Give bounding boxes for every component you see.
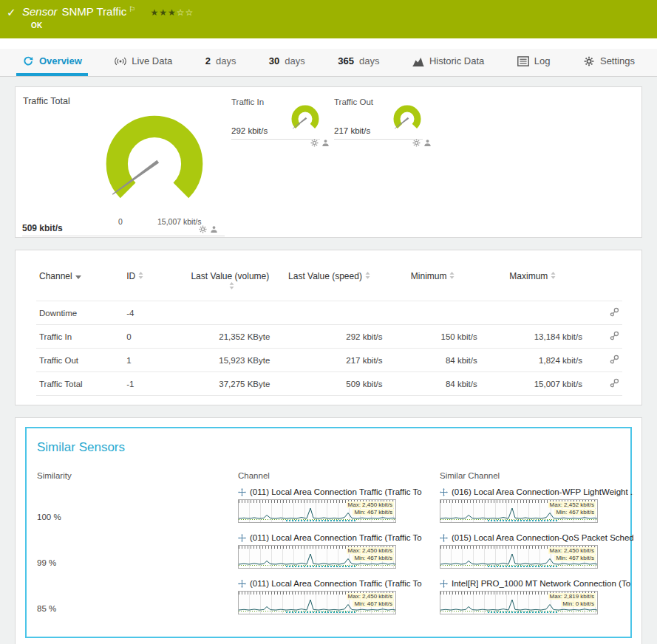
channel-minigraph[interactable]: Max: 2,450 kbit/s Min: 467 kbit/s (238, 591, 396, 614)
channel-table: Channel ID Last Value (volume) Last Valu… (36, 268, 622, 396)
channel-link-label: (011) Local Area Connection Traffic (Tra… (250, 579, 422, 588)
stars-filled: ★★★ (150, 7, 176, 18)
channel-last-volume: 21,352 KByte (187, 325, 273, 349)
user-icon[interactable] (321, 139, 330, 147)
table-row: Traffic Out 1 15,923 KByte 217 kbit/s 84… (36, 349, 622, 372)
graph-axis-text (286, 520, 356, 521)
tab-30-days-number: 30 (269, 55, 279, 66)
channel-link[interactable]: (011) Local Area Connection Traffic (Tra… (238, 487, 432, 496)
gear-icon[interactable] (199, 225, 207, 233)
similar-channel-minigraph[interactable]: Max: 2,452 kbit/s Min: 467 kbit/s (440, 499, 598, 523)
graph-min-label: Min: 467 kbit/s (353, 600, 394, 607)
similar-row: 99 % (011) Local Area Connection Traffic… (37, 533, 620, 569)
tab-live-data[interactable]: Live Data (109, 49, 178, 76)
graph-axis-text (286, 612, 356, 613)
channel-cell: (011) Local Area Connection Traffic (Tra… (238, 487, 440, 523)
tab-30-days-word: days (285, 55, 304, 66)
similar-sensors-title: Similar Sensors (37, 440, 620, 455)
stars-empty: ☆☆ (177, 7, 194, 18)
similar-channel-link[interactable]: (016) Local Area Connection-WFP LightWei… (440, 487, 633, 496)
channel-icon (440, 580, 448, 588)
channel-minigraph[interactable]: Max: 2,450 kbit/s Min: 467 kbit/s (238, 545, 396, 569)
column-header-maximum[interactable]: Maximum (480, 268, 585, 301)
channel-settings-icon[interactable] (610, 307, 619, 317)
sort-icon (365, 272, 370, 279)
channel-link[interactable]: (011) Local Area Connection Traffic (Tra… (238, 579, 432, 588)
channel-last-speed: 509 kbit/s (273, 372, 385, 396)
similar-channel-cell: Intel[R] PRO_1000 MT Network Connection … (440, 579, 633, 614)
tab-2-days-word: days (216, 55, 236, 66)
channel-settings-icon[interactable] (610, 378, 619, 388)
tab-bar: Overview Live Data 2 days 30 days 365 da… (0, 49, 657, 77)
column-header-last-speed[interactable]: Last Value (speed) (273, 268, 385, 301)
user-icon[interactable] (423, 139, 432, 147)
graph-axis-text (286, 566, 356, 567)
status-check-icon: ✓ (7, 6, 16, 19)
graph-max-label: Max: 2,450 kbit/s (548, 547, 596, 554)
channel-settings-icon[interactable] (610, 354, 619, 364)
graph-max-label: Max: 2,450 kbit/s (347, 593, 394, 600)
sensor-kind-label: Sensor (22, 5, 58, 18)
overview-icon (22, 56, 34, 66)
channel-minigraph[interactable]: Max: 2,450 kbit/s Min: 467 kbit/s (238, 499, 396, 523)
traffic-out-gauge[interactable] (389, 100, 425, 136)
flag-icon[interactable]: ⚐ (129, 5, 135, 13)
sensor-title-line: SensorSNMP Traffic⚐ ★★★☆☆ (22, 5, 194, 18)
channel-last-volume: 15,923 KByte (187, 349, 273, 372)
similar-channel-minigraph[interactable]: Max: 2,819 kbit/s Min: 0 kbit/s (440, 591, 598, 614)
overview-content: Traffic Total 0 15,007 kbit/s 509 kbit/s… (0, 77, 657, 644)
tab-30-days[interactable]: 30 days (263, 49, 311, 76)
gear-icon[interactable] (412, 139, 421, 147)
gear-icon (583, 56, 595, 66)
column-header-last-speed-label: Last Value (speed) (288, 271, 362, 281)
tab-historic-data[interactable]: Historic Data (406, 49, 490, 76)
channel-maximum: 1,824 kbit/s (480, 349, 585, 372)
priority-stars[interactable]: ★★★☆☆ (150, 7, 194, 18)
tab-2-days[interactable]: 2 days (200, 49, 242, 76)
channel-settings-icon[interactable] (610, 331, 619, 340)
channel-icon (440, 534, 448, 542)
channel-icon (440, 488, 448, 496)
similar-row: 85 % (011) Local Area Connection Traffic… (37, 579, 620, 614)
sensor-title: SNMP Traffic (62, 5, 127, 18)
traffic-out-value: 217 kbit/s (334, 126, 370, 135)
column-header-id[interactable]: ID (123, 268, 187, 301)
similar-channel-link-label: Intel[R] PRO_1000 MT Network Connection … (452, 579, 630, 588)
graph-min-label: Min: 467 kbit/s (353, 509, 394, 515)
tab-log[interactable]: Log (511, 49, 556, 76)
similar-channel-minigraph[interactable]: Max: 2,450 kbit/s Min: 467 kbit/s (440, 545, 598, 569)
traffic-total-label: Traffic Total (23, 96, 70, 106)
divider (334, 139, 423, 140)
similarity-value: 85 % (37, 604, 238, 614)
gear-icon[interactable] (310, 139, 319, 147)
similar-row: 100 % (011) Local Area Connection Traffi… (37, 487, 620, 523)
similar-channel-link[interactable]: (015) Local Area Connection-QoS Packet S… (440, 533, 633, 542)
live-data-icon (115, 56, 126, 66)
channel-cell: (011) Local Area Connection Traffic (Tra… (238, 579, 440, 614)
channel-minimum: 84 kbit/s (386, 372, 480, 396)
traffic-total-gauge[interactable] (97, 106, 212, 222)
channel-last-volume: 37,275 KByte (187, 372, 273, 396)
similar-channel-link[interactable]: Intel[R] PRO_1000 MT Network Connection … (440, 579, 633, 588)
tab-365-days-word: days (359, 55, 379, 66)
tab-settings[interactable]: Settings (577, 49, 641, 76)
divider (22, 236, 225, 236)
table-row: Traffic In 0 21,352 KByte 292 kbit/s 150… (36, 325, 622, 349)
column-header-last-volume[interactable]: Last Value (volume) (187, 268, 273, 301)
tab-overview[interactable]: Overview (16, 49, 88, 76)
channel-link[interactable]: (011) Local Area Connection Traffic (Tra… (238, 533, 432, 542)
user-icon[interactable] (210, 225, 218, 233)
traffic-out-label: Traffic Out (334, 97, 373, 106)
graph-axis-text (488, 520, 558, 521)
column-header-channel[interactable]: Channel (36, 268, 123, 301)
column-header-minimum[interactable]: Minimum (386, 268, 480, 301)
tab-365-days[interactable]: 365 days (332, 49, 385, 76)
channel-icon (238, 580, 246, 588)
channel-last-volume (187, 301, 273, 325)
traffic-in-gauge[interactable] (287, 100, 323, 136)
channel-icon (238, 488, 246, 496)
tab-overview-label: Overview (39, 55, 82, 66)
similar-channel-cell: (015) Local Area Connection-QoS Packet S… (440, 533, 633, 569)
divider (231, 139, 320, 140)
channel-icon (238, 534, 246, 542)
